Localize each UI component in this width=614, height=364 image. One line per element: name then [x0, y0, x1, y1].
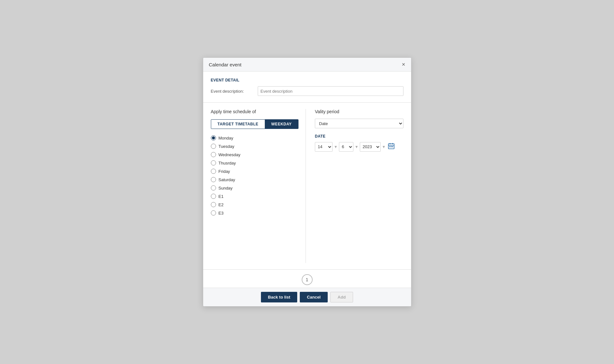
radio-e3[interactable]: E3	[211, 210, 299, 216]
main-content: Apply time schedule of TARGET TIMETABLE …	[203, 103, 411, 269]
svg-rect-6	[392, 146, 393, 147]
radio-thursday[interactable]: Thusrday	[211, 160, 299, 165]
svg-rect-5	[391, 146, 392, 147]
radio-monday-input[interactable]	[211, 135, 216, 140]
radio-tuesday-label: Tuesday	[219, 144, 234, 149]
radio-thursday-input[interactable]	[211, 160, 216, 165]
event-detail-title: EVENT DETAIL	[211, 78, 403, 82]
step-circle: 1	[302, 274, 313, 285]
radio-friday[interactable]: Friday	[211, 169, 299, 174]
cancel-button[interactable]: Cancel	[300, 292, 328, 302]
overlay: Calendar event × EVENT DETAIL Event desc…	[0, 0, 614, 364]
radio-tuesday[interactable]: Tuesday	[211, 144, 299, 149]
radio-tuesday-input[interactable]	[211, 144, 216, 149]
radio-wednesday-label: Wednesday	[219, 152, 240, 157]
radio-e1[interactable]: E1	[211, 194, 299, 199]
date-separator-1: ▼	[334, 145, 338, 149]
back-to-list-button[interactable]: Back to list	[261, 292, 297, 302]
toggle-buttons: TARGET TIMETABLE WEEKDAY	[211, 119, 298, 129]
radio-e3-label: E3	[219, 211, 224, 216]
validity-title: Vality period	[315, 109, 403, 114]
left-panel: Apply time schedule of TARGET TIMETABLE …	[211, 109, 306, 263]
radio-thursday-label: Thusrday	[219, 161, 236, 165]
radio-e2-label: E2	[219, 202, 224, 207]
days-radio-list: Monday Tuesday Wednesday Thusrday	[211, 135, 299, 216]
radio-e1-input[interactable]	[211, 194, 216, 199]
step-indicator: 1	[203, 269, 411, 288]
radio-saturday-input[interactable]	[211, 177, 216, 182]
dialog-body: EVENT DETAIL Event description: Apply ti…	[203, 72, 411, 288]
description-label: Event description:	[211, 89, 253, 94]
add-button[interactable]: Add	[330, 292, 353, 302]
radio-friday-input[interactable]	[211, 169, 216, 174]
dialog-footer: Back to list Cancel Add	[203, 288, 411, 306]
radio-e2[interactable]: E2	[211, 202, 299, 207]
dialog-header: Calendar event ×	[203, 58, 411, 72]
description-field-row: Event description:	[211, 86, 403, 96]
right-panel: Vality period Date Period Always DATE 14…	[312, 109, 403, 263]
date-separator-2: ▼	[355, 145, 359, 149]
dialog: Calendar event × EVENT DETAIL Event desc…	[203, 57, 411, 307]
radio-sunday-input[interactable]	[211, 185, 216, 190]
radio-sunday[interactable]: Sunday	[211, 185, 299, 190]
radio-saturday[interactable]: Saturday	[211, 177, 299, 182]
validity-period-select[interactable]: Date Period Always	[315, 119, 403, 128]
radio-monday-label: Monday	[219, 136, 233, 140]
time-schedule-title: Apply time schedule of	[211, 109, 299, 114]
radio-e1-label: E1	[219, 194, 224, 199]
radio-monday[interactable]: Monday	[211, 135, 299, 140]
year-select[interactable]: 2023	[360, 142, 381, 152]
radio-wednesday-input[interactable]	[211, 152, 216, 157]
weekday-button[interactable]: WEEKDAY	[265, 120, 298, 129]
radio-sunday-label: Sunday	[219, 186, 233, 190]
month-select[interactable]: 6	[339, 142, 353, 152]
description-input[interactable]	[258, 86, 403, 96]
radio-saturday-label: Saturday	[219, 177, 235, 182]
calendar-icon-button[interactable]	[387, 142, 395, 152]
calendar-icon	[388, 142, 395, 149]
day-select[interactable]: 14	[315, 142, 333, 152]
event-detail-section: EVENT DETAIL Event description:	[203, 72, 411, 103]
svg-rect-4	[389, 146, 390, 147]
date-separator-3: ▼	[382, 145, 386, 149]
radio-wednesday[interactable]: Wednesday	[211, 152, 299, 157]
date-row: 14 ▼ 6 ▼ 2023 ▼	[315, 142, 403, 152]
radio-friday-label: Friday	[219, 169, 230, 174]
dialog-title: Calendar event	[209, 62, 242, 67]
target-timetable-button[interactable]: TARGET TIMETABLE	[211, 120, 265, 129]
close-button[interactable]: ×	[402, 62, 405, 67]
radio-e3-input[interactable]	[211, 210, 216, 216]
radio-e2-input[interactable]	[211, 202, 216, 207]
date-section-title: DATE	[315, 134, 403, 139]
